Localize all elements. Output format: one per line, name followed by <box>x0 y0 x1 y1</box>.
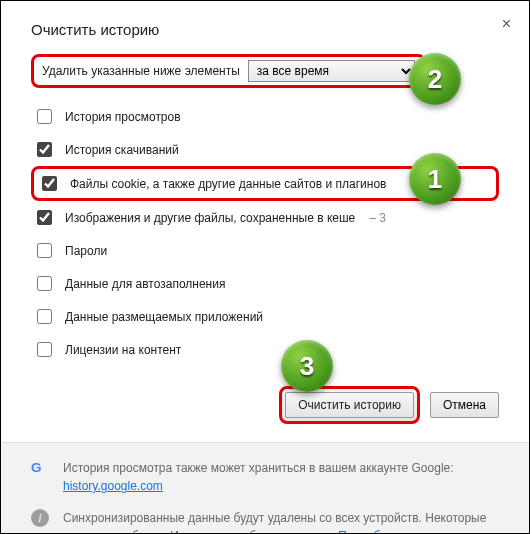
learn-more-link[interactable]: Подробнее... <box>338 529 410 534</box>
option-checkbox[interactable] <box>37 276 52 291</box>
svg-text:G: G <box>31 460 42 475</box>
option-checkbox[interactable] <box>42 176 57 191</box>
cancel-button[interactable]: Отмена <box>430 392 499 418</box>
google-note: История просмотра также может храниться … <box>63 459 454 495</box>
option-checkbox[interactable] <box>37 342 52 357</box>
timerange-row: Удалить указанные ниже элементы за все в… <box>31 54 426 88</box>
options-list: История просмотровИстория скачиванийФайл… <box>31 100 499 366</box>
option-checkbox[interactable] <box>37 309 52 324</box>
google-logo-icon: G <box>31 459 49 477</box>
annotation-badge-1: 1 <box>409 153 461 205</box>
timerange-label: Удалить указанные ниже элементы <box>42 64 240 78</box>
option-row[interactable]: Изображения и другие файлы, сохраненные … <box>31 201 499 234</box>
option-checkbox[interactable] <box>37 142 52 157</box>
dialog-footer: G История просмотра также может хранитьс… <box>1 442 529 534</box>
option-label: Пароли <box>65 244 107 258</box>
dialog-title: Очистить историю <box>31 21 499 38</box>
annotation-badge-3: 3 <box>281 340 333 392</box>
option-label: Данные для автозаполнения <box>65 277 225 291</box>
option-label: Изображения и другие файлы, сохраненные … <box>65 211 355 225</box>
option-row[interactable]: Лицензии на контент <box>31 333 499 366</box>
option-row[interactable]: Данные для автозаполнения <box>31 267 499 300</box>
clear-button[interactable]: Очистить историю <box>285 392 414 418</box>
annotation-badge-2: 2 <box>409 53 461 105</box>
clear-button-highlight: Очистить историю <box>279 386 420 424</box>
option-label: История скачиваний <box>65 143 179 157</box>
google-history-link[interactable]: history.google.com <box>63 479 163 493</box>
option-label: Лицензии на контент <box>65 343 181 357</box>
option-row[interactable]: История просмотров <box>31 100 499 133</box>
option-row[interactable]: Пароли <box>31 234 499 267</box>
option-label: Данные размещаемых приложений <box>65 310 263 324</box>
option-checkbox[interactable] <box>37 243 52 258</box>
info-icon: i <box>31 509 49 527</box>
option-checkbox[interactable] <box>37 210 52 225</box>
option-label: История просмотров <box>65 110 181 124</box>
option-row[interactable]: Данные размещаемых приложений <box>31 300 499 333</box>
timerange-select[interactable]: за все время <box>248 60 415 82</box>
option-checkbox[interactable] <box>37 109 52 124</box>
close-icon[interactable]: × <box>502 15 511 33</box>
option-suffix: – 3 <box>369 211 386 225</box>
option-label: Файлы cookie, а также другие данные сайт… <box>70 177 386 191</box>
button-row: Очистить историю Отмена <box>31 386 499 424</box>
sync-note: Синхронизированные данные будут удалены … <box>63 509 499 534</box>
